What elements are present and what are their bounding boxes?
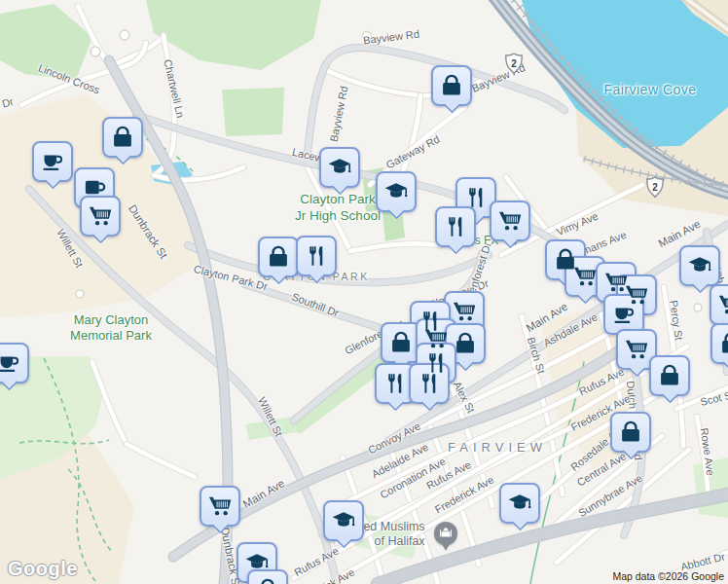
restaurant-poi-marker[interactable] — [296, 236, 337, 276]
supermarket-poi-marker[interactable] — [490, 201, 530, 241]
shopping-poi-marker[interactable] — [431, 65, 472, 106]
map-attribution: Map data ©2026 Google — [612, 570, 724, 582]
supermarket-poi-marker[interactable] — [710, 284, 728, 325]
shopping-poi-marker[interactable] — [610, 412, 651, 453]
restaurant-poi-marker[interactable] — [435, 206, 476, 247]
google-logo[interactable]: Google — [8, 558, 78, 580]
shopping-poi-marker[interactable] — [649, 355, 690, 396]
cafe-poi-marker[interactable] — [32, 141, 73, 182]
school-poi-marker[interactable] — [679, 245, 720, 286]
shopping-poi-marker[interactable] — [102, 117, 143, 158]
school-poi-marker[interactable] — [319, 147, 360, 188]
school-poi-marker[interactable] — [499, 483, 540, 524]
school-poi-marker[interactable] — [323, 500, 364, 541]
school-poi-marker[interactable] — [376, 171, 417, 212]
supermarket-poi-marker[interactable] — [80, 196, 121, 237]
mosque-poi-marker[interactable] — [434, 522, 457, 545]
supermarket-poi-marker[interactable] — [200, 486, 240, 527]
shopping-poi-marker[interactable] — [710, 323, 728, 364]
shopping-poi-marker[interactable] — [258, 237, 299, 277]
map-canvas[interactable]: Lincoln CrossRadcliffe DrChartwell LnBay… — [0, 0, 728, 584]
cafe-poi-marker[interactable] — [0, 343, 29, 383]
